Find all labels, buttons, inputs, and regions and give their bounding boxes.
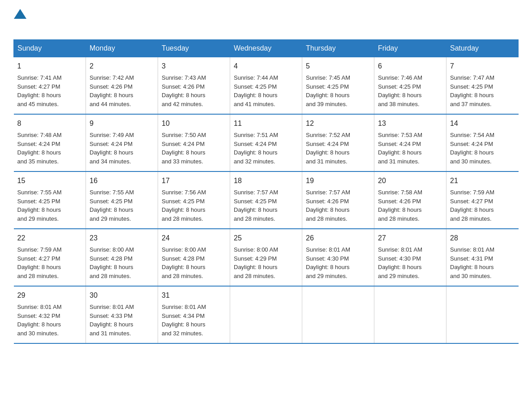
day-number: 27 <box>378 233 442 244</box>
calendar-cell: 9Sunrise: 7:49 AMSunset: 4:24 PMDaylight… <box>86 114 158 171</box>
calendar-week-3: 15Sunrise: 7:55 AMSunset: 4:25 PMDayligh… <box>14 171 519 229</box>
day-number: 28 <box>450 233 515 244</box>
day-number: 24 <box>162 233 226 244</box>
calendar-table: SundayMondayTuesdayWednesdayThursdayFrid… <box>13 39 519 344</box>
day-number: 1 <box>17 61 82 72</box>
calendar-cell: 20Sunrise: 7:58 AMSunset: 4:26 PMDayligh… <box>374 171 446 229</box>
day-info: Sunrise: 8:01 AMSunset: 4:33 PMDaylight:… <box>90 304 134 337</box>
calendar-cell: 17Sunrise: 7:56 AMSunset: 4:25 PMDayligh… <box>158 171 230 229</box>
day-info: Sunrise: 7:42 AMSunset: 4:26 PMDaylight:… <box>90 74 134 107</box>
weekday-header-saturday: Saturday <box>446 40 519 57</box>
day-info: Sunrise: 7:44 AMSunset: 4:25 PMDaylight:… <box>234 74 278 107</box>
calendar-cell: 18Sunrise: 7:57 AMSunset: 4:25 PMDayligh… <box>230 171 302 229</box>
calendar-cell <box>302 286 374 343</box>
day-info: Sunrise: 7:49 AMSunset: 4:24 PMDaylight:… <box>90 132 134 165</box>
day-info: Sunrise: 7:47 AMSunset: 4:25 PMDaylight:… <box>450 74 494 107</box>
weekday-header-sunday: Sunday <box>14 40 86 57</box>
calendar-cell: 22Sunrise: 7:59 AMSunset: 4:27 PMDayligh… <box>14 229 86 286</box>
day-number: 4 <box>234 61 298 72</box>
day-info: Sunrise: 8:01 AMSunset: 4:34 PMDaylight:… <box>162 304 206 337</box>
day-info: Sunrise: 7:55 AMSunset: 4:25 PMDaylight:… <box>17 189 62 222</box>
calendar-cell: 7Sunrise: 7:47 AMSunset: 4:25 PMDaylight… <box>446 57 519 115</box>
weekday-header-friday: Friday <box>374 40 446 57</box>
calendar-week-2: 8Sunrise: 7:48 AMSunset: 4:24 PMDaylight… <box>14 114 519 171</box>
day-number: 30 <box>90 290 154 301</box>
day-info: Sunrise: 7:57 AMSunset: 4:26 PMDaylight:… <box>306 189 350 222</box>
calendar-cell: 15Sunrise: 7:55 AMSunset: 4:25 PMDayligh… <box>14 171 86 229</box>
day-number: 13 <box>378 118 442 129</box>
weekday-header-monday: Monday <box>86 40 158 57</box>
calendar-cell: 10Sunrise: 7:50 AMSunset: 4:24 PMDayligh… <box>158 114 230 171</box>
day-number: 19 <box>306 176 370 186</box>
calendar-cell <box>230 286 302 343</box>
calendar-cell: 23Sunrise: 8:00 AMSunset: 4:28 PMDayligh… <box>86 229 158 286</box>
day-number: 6 <box>378 61 442 72</box>
calendar-cell: 24Sunrise: 8:00 AMSunset: 4:28 PMDayligh… <box>158 229 230 286</box>
weekday-header-wednesday: Wednesday <box>230 40 302 57</box>
svg-marker-0 <box>14 9 26 19</box>
day-number: 12 <box>306 118 370 129</box>
calendar-cell: 21Sunrise: 7:59 AMSunset: 4:27 PMDayligh… <box>446 171 519 229</box>
day-info: Sunrise: 7:52 AMSunset: 4:24 PMDaylight:… <box>306 132 350 165</box>
day-info: Sunrise: 7:46 AMSunset: 4:25 PMDaylight:… <box>378 74 422 107</box>
calendar-week-5: 29Sunrise: 8:01 AMSunset: 4:32 PMDayligh… <box>14 286 519 343</box>
day-info: Sunrise: 7:43 AMSunset: 4:26 PMDaylight:… <box>162 74 206 107</box>
calendar-cell <box>374 286 446 343</box>
day-number: 29 <box>17 290 82 301</box>
day-info: Sunrise: 8:01 AMSunset: 4:30 PMDaylight:… <box>378 246 422 279</box>
day-info: Sunrise: 7:53 AMSunset: 4:24 PMDaylight:… <box>378 132 422 165</box>
day-number: 10 <box>162 118 226 129</box>
day-number: 8 <box>17 118 82 129</box>
calendar-cell: 2Sunrise: 7:42 AMSunset: 4:26 PMDaylight… <box>86 57 158 115</box>
calendar-cell: 28Sunrise: 8:01 AMSunset: 4:31 PMDayligh… <box>446 229 519 286</box>
page-header <box>13 9 519 30</box>
day-info: Sunrise: 7:51 AMSunset: 4:24 PMDaylight:… <box>234 132 278 165</box>
day-number: 21 <box>450 176 515 186</box>
day-number: 26 <box>306 233 370 244</box>
day-number: 14 <box>450 118 515 129</box>
day-info: Sunrise: 8:01 AMSunset: 4:32 PMDaylight:… <box>17 304 62 337</box>
calendar-cell: 27Sunrise: 8:01 AMSunset: 4:30 PMDayligh… <box>374 229 446 286</box>
calendar-cell: 1Sunrise: 7:41 AMSunset: 4:27 PMDaylight… <box>14 57 86 115</box>
calendar-cell: 16Sunrise: 7:55 AMSunset: 4:25 PMDayligh… <box>86 171 158 229</box>
calendar-cell: 5Sunrise: 7:45 AMSunset: 4:25 PMDaylight… <box>302 57 374 115</box>
calendar-header: SundayMondayTuesdayWednesdayThursdayFrid… <box>14 40 519 57</box>
day-number: 20 <box>378 176 442 186</box>
day-info: Sunrise: 7:59 AMSunset: 4:27 PMDaylight:… <box>450 189 494 222</box>
day-info: Sunrise: 7:48 AMSunset: 4:24 PMDaylight:… <box>17 132 62 165</box>
calendar-cell: 30Sunrise: 8:01 AMSunset: 4:33 PMDayligh… <box>86 286 158 343</box>
calendar-cell: 29Sunrise: 8:01 AMSunset: 4:32 PMDayligh… <box>14 286 86 343</box>
day-info: Sunrise: 8:01 AMSunset: 4:30 PMDaylight:… <box>306 246 350 279</box>
day-info: Sunrise: 7:54 AMSunset: 4:24 PMDaylight:… <box>450 132 494 165</box>
day-info: Sunrise: 7:56 AMSunset: 4:25 PMDaylight:… <box>162 189 206 222</box>
calendar-cell: 11Sunrise: 7:51 AMSunset: 4:24 PMDayligh… <box>230 114 302 171</box>
day-number: 15 <box>17 176 82 186</box>
calendar-cell: 31Sunrise: 8:01 AMSunset: 4:34 PMDayligh… <box>158 286 230 343</box>
day-number: 23 <box>90 233 154 244</box>
day-number: 9 <box>90 118 154 129</box>
day-info: Sunrise: 7:55 AMSunset: 4:25 PMDaylight:… <box>90 189 134 222</box>
day-number: 18 <box>234 176 298 186</box>
logo-triangle-icon <box>14 9 26 19</box>
day-info: Sunrise: 7:41 AMSunset: 4:27 PMDaylight:… <box>17 74 62 107</box>
calendar-cell: 26Sunrise: 8:01 AMSunset: 4:30 PMDayligh… <box>302 229 374 286</box>
calendar-cell: 13Sunrise: 7:53 AMSunset: 4:24 PMDayligh… <box>374 114 446 171</box>
day-info: Sunrise: 7:50 AMSunset: 4:24 PMDaylight:… <box>162 132 206 165</box>
day-number: 11 <box>234 118 298 129</box>
day-number: 2 <box>90 61 154 72</box>
day-number: 16 <box>90 176 154 186</box>
day-number: 17 <box>162 176 226 186</box>
logo <box>13 9 27 30</box>
calendar-cell: 6Sunrise: 7:46 AMSunset: 4:25 PMDaylight… <box>374 57 446 115</box>
calendar-cell: 8Sunrise: 7:48 AMSunset: 4:24 PMDaylight… <box>14 114 86 171</box>
weekday-header-tuesday: Tuesday <box>158 40 230 57</box>
day-info: Sunrise: 7:58 AMSunset: 4:26 PMDaylight:… <box>378 189 422 222</box>
day-info: Sunrise: 7:59 AMSunset: 4:27 PMDaylight:… <box>17 246 62 279</box>
calendar-cell: 19Sunrise: 7:57 AMSunset: 4:26 PMDayligh… <box>302 171 374 229</box>
day-info: Sunrise: 8:00 AMSunset: 4:29 PMDaylight:… <box>234 246 278 279</box>
day-number: 3 <box>162 61 226 72</box>
day-number: 22 <box>17 233 82 244</box>
weekday-header-thursday: Thursday <box>302 40 374 57</box>
day-info: Sunrise: 7:57 AMSunset: 4:25 PMDaylight:… <box>234 189 278 222</box>
calendar-cell: 4Sunrise: 7:44 AMSunset: 4:25 PMDaylight… <box>230 57 302 115</box>
